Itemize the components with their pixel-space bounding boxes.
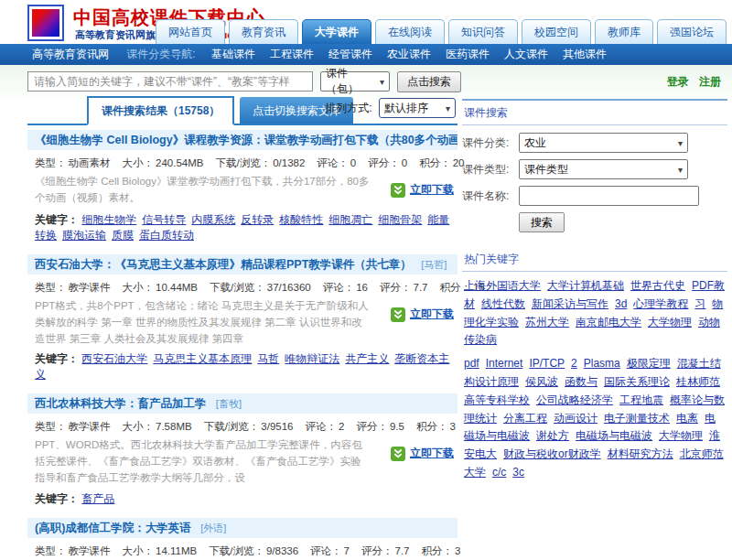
- download-button[interactable]: 立即下载: [391, 182, 454, 198]
- tab-knowledge-qa[interactable]: 知识问答: [448, 19, 518, 44]
- tab-forum[interactable]: 强国论坛: [657, 19, 727, 44]
- keyword-link[interactable]: 马哲: [257, 352, 279, 365]
- hot-keyword-link[interactable]: 南京邮电大学: [576, 316, 641, 328]
- tab-online-reading[interactable]: 在线阅读: [375, 19, 445, 44]
- hot-keyword-link[interactable]: 大学物理: [659, 429, 703, 442]
- hot-keyword-link[interactable]: 3d: [615, 297, 627, 310]
- sort-control: 排列方式: 默认排序 ▾: [325, 98, 456, 118]
- hot-keyword-link[interactable]: 公司战略经济学: [536, 393, 613, 406]
- tab-university-courseware[interactable]: 大学课件: [302, 19, 371, 44]
- keyword-link[interactable]: 蛋白质转动: [139, 229, 194, 242]
- hot-keywords-group-1: 上海外国语大学大学计算机基础世界古代史PDF教材线性代数新闻采访与写作3d心理学…: [462, 272, 727, 350]
- keyword-link[interactable]: 马克思主义基本原理: [153, 352, 252, 365]
- tab-teacher-library[interactable]: 教师库: [595, 19, 653, 44]
- hot-keyword-link[interactable]: 谢处方: [536, 429, 569, 442]
- category-link[interactable]: 经管课件: [328, 48, 372, 60]
- keyword-link[interactable]: 核酸特性: [279, 213, 323, 226]
- hot-keyword-link[interactable]: 动画设计: [554, 412, 597, 425]
- category-select[interactable]: 农业 ▾: [519, 133, 688, 153]
- hot-keyword-link[interactable]: 2: [571, 357, 577, 370]
- item-title-link[interactable]: 西北农林科技大学：畜产品加工学: [35, 397, 207, 410]
- hot-keyword-link[interactable]: pdf: [464, 357, 479, 370]
- hot-keyword-link[interactable]: 心理学教程: [633, 297, 688, 310]
- category-label: 课件分类:: [462, 135, 519, 151]
- category-nav-label: 课件分类导航:: [126, 48, 195, 60]
- sort-select[interactable]: 默认排序 ▾: [379, 98, 456, 118]
- hot-keyword-link[interactable]: 苏州大学: [525, 316, 569, 328]
- item-title-link[interactable]: 西安石油大学：《马克思主义基本原理》精品课程PPT教学课件（共七章）: [35, 258, 412, 271]
- hot-keyword-link[interactable]: 函数与: [565, 375, 597, 388]
- hot-keyword-link[interactable]: 习: [694, 297, 705, 310]
- hot-keyword-link[interactable]: 电离: [676, 412, 698, 425]
- chevron-down-icon: ▾: [678, 138, 683, 148]
- tab-edu-news[interactable]: 教育资讯: [229, 19, 298, 44]
- search-input[interactable]: [27, 71, 313, 92]
- keyword-link[interactable]: 西安石油大学: [81, 352, 147, 365]
- keyword-link[interactable]: 畜产品: [81, 492, 114, 505]
- type-select[interactable]: 课件类型 ▾: [519, 159, 688, 179]
- search-type-select[interactable]: 课件（包） ▾: [320, 71, 390, 92]
- keywords-label: 关键字：: [35, 213, 79, 226]
- hot-keyword-link[interactable]: IP/TCP: [529, 357, 565, 370]
- category-link[interactable]: 医药课件: [446, 48, 490, 60]
- tab-search-results[interactable]: 课件搜索结果（15758）: [87, 96, 234, 125]
- category-link[interactable]: 其他课件: [563, 48, 607, 60]
- keyword-link[interactable]: 细胞骨架: [378, 213, 422, 226]
- hot-keyword-link[interactable]: 上海外国语大学: [464, 279, 541, 292]
- login-link[interactable]: 登录: [667, 75, 689, 88]
- hot-keyword-link[interactable]: Internet: [486, 357, 523, 370]
- hot-keyword-link[interactable]: 线性代数: [481, 297, 525, 310]
- hot-keyword-link[interactable]: 极限定理: [627, 357, 671, 370]
- keyword-link[interactable]: 细胞生物学: [81, 213, 136, 226]
- keyword-link[interactable]: 反转录: [241, 213, 274, 226]
- keyword-link[interactable]: 唯物辩证法: [285, 352, 339, 365]
- sidebar-search-form: 课件分类: 农业 ▾ 课件类型: 课件类型 ▾ 课件名称: 搜索: [462, 125, 727, 242]
- category-link[interactable]: 农业课件: [387, 48, 431, 60]
- keyword-link[interactable]: 内膜系统: [191, 213, 235, 226]
- keyword-link[interactable]: 共产主义: [345, 352, 389, 365]
- download-button[interactable]: 立即下载: [391, 446, 454, 461]
- keyword-link[interactable]: 膜泡运输: [62, 229, 106, 242]
- meta-pair: 评分：7.7: [361, 545, 410, 556]
- item-title-link[interactable]: 《细胞生物学 Cell Biology》课程教学资源：课堂教学动画打包下载（共8…: [35, 134, 458, 146]
- tab-home[interactable]: 网站首页: [156, 19, 225, 44]
- keyword-link[interactable]: 信号转导: [142, 213, 186, 226]
- category-link[interactable]: 人文课件: [504, 48, 548, 60]
- hot-keyword-link[interactable]: 电磁场与电磁波: [576, 429, 652, 442]
- hot-keyword-link[interactable]: 电子测量技术: [604, 412, 670, 425]
- item-description: PPT、WORD格式。西北农林科技大学畜产品加工学完整课件，内容包括完整课件、《…: [35, 437, 371, 486]
- hot-keyword-link[interactable]: 工程地震: [619, 393, 663, 406]
- meta-pair: 下载/浏览：3/9516: [204, 421, 294, 432]
- keyword-list: 畜产品: [81, 492, 120, 505]
- courseware-name-input[interactable]: [519, 186, 699, 206]
- tab-campus-space[interactable]: 校园空间: [522, 19, 591, 44]
- hot-keyword-link[interactable]: 新闻采访与写作: [532, 297, 608, 310]
- keyword-link[interactable]: 细胞凋亡: [328, 213, 372, 226]
- category-link[interactable]: 工程课件: [270, 48, 314, 60]
- category-value: 农业: [524, 135, 546, 151]
- category-link[interactable]: 基础课件: [211, 48, 255, 60]
- hot-keyword-link[interactable]: 材料研究方法: [608, 447, 673, 460]
- link-heec-home[interactable]: 高等教育资讯网: [32, 48, 109, 60]
- meta-pair: 评分：0: [368, 157, 407, 168]
- hot-keyword-link[interactable]: 分离工程: [503, 412, 547, 425]
- hot-keyword-link[interactable]: 侯风波: [525, 375, 558, 388]
- hot-keyword-link[interactable]: 大学计算机基础: [547, 279, 624, 292]
- hot-keyword-link[interactable]: c/c: [492, 466, 506, 479]
- hot-keyword-link[interactable]: 大学物理: [648, 316, 692, 328]
- item-meta: 类型：动画素材大小：240.54MB下载/浏览：0/1382评论：0评分：0积分…: [27, 150, 458, 173]
- register-link[interactable]: 注册: [699, 75, 721, 88]
- search-submit-button[interactable]: 点击搜索: [397, 71, 461, 92]
- item-title-link[interactable]: (高职)成都信工学院：大学英语: [35, 522, 191, 534]
- download-button[interactable]: 立即下载: [391, 307, 454, 322]
- hot-keyword-link[interactable]: 世界古代史: [630, 279, 685, 292]
- keyword-list: 细胞生物学信号转导内膜系统反转录核酸特性细胞凋亡细胞骨架能量转换膜泡运输质膜蛋白…: [35, 213, 449, 242]
- meta-pair: 积分：20: [419, 157, 464, 168]
- hot-keyword-link[interactable]: 3c: [512, 466, 524, 479]
- hot-keywords-group-2: pdfInternetIP/TCP2Plasma极限定理混凝土结构设计原理侯风波…: [462, 350, 727, 482]
- hot-keyword-link[interactable]: 财政与税收or财政学: [503, 447, 601, 460]
- hot-keyword-link[interactable]: 国际关系理论: [604, 375, 670, 388]
- hot-keyword-link[interactable]: Plasma: [584, 357, 620, 370]
- keyword-link[interactable]: 质膜: [112, 229, 134, 242]
- sidebar-search-button[interactable]: 搜索: [519, 212, 565, 232]
